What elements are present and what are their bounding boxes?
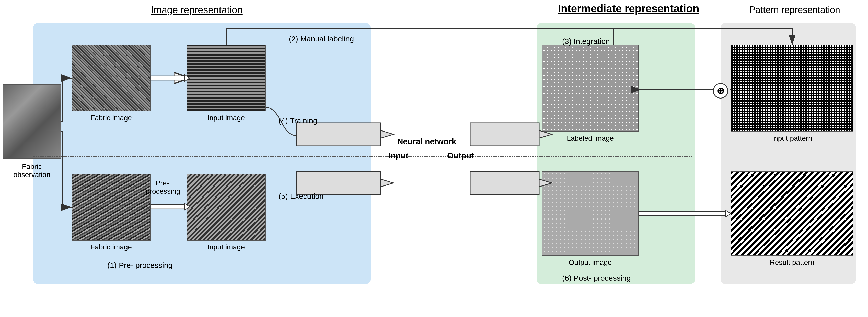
input-image-top-label: Input image [187,114,266,122]
fabric-image-bottom-label: Fabric image [71,243,151,251]
intermediate-rep-title: Intermediate representation [552,3,705,15]
pattern-rep-title: Pattern representation [731,5,859,16]
step4-label: (4) Training [279,116,317,125]
labeled-image [542,45,639,132]
step6-label: (6) Post- processing [562,274,631,283]
horizontal-divider [33,156,692,157]
input-pattern-label: Input pattern [731,134,854,143]
preprocessing-bracket-label: Pre-processing [146,179,179,196]
step2-label: (2) Manual labeling [289,34,354,43]
fabric-observation-label: Fabric observation [3,163,61,179]
input-label: Input [389,151,408,161]
input-image-bottom [187,174,266,240]
step3-label: (3) Integration [562,37,610,46]
fabric-image-top [71,45,151,111]
fabric-image-bottom [71,174,151,240]
input-image-bottom-label: Input image [187,243,266,251]
step5-label: (5) Execution [279,192,324,201]
fabric-observation-image [3,84,61,158]
fabric-image-top-label: Fabric image [71,114,151,122]
output-image [542,171,639,256]
step1-label: (1) Pre- processing [107,261,173,270]
input-image-top [187,45,266,111]
image-rep-title: Image representation [107,5,286,16]
result-pattern [731,171,854,256]
output-image-label: Output image [542,258,639,267]
output-label: Output [447,151,474,161]
oplus-symbol: ⊕ [713,83,728,98]
labeled-image-label: Labeled image [542,134,639,143]
input-pattern [731,45,854,132]
neural-network-label: Neural network [391,137,463,146]
result-pattern-label: Result pattern [731,258,854,267]
